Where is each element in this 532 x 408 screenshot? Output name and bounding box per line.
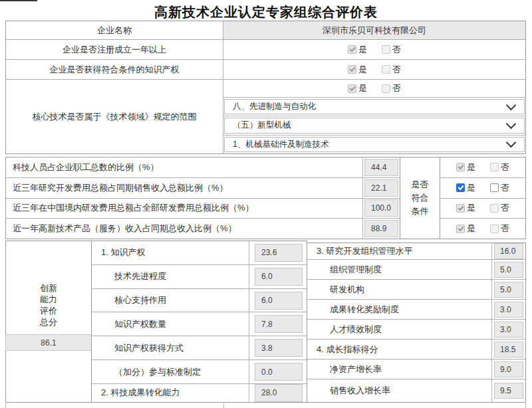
table-row: 技术先进程度 6.0 [92,265,307,289]
talent-performance-value: 3.0 [494,322,523,338]
table-row: 成果转化奖励制度 3.0 [307,300,525,320]
no-checkbox [382,65,390,74]
net-asset-growth-value: 9.0 [494,361,523,377]
table-row: 知识产权数量 7.8 [92,312,307,336]
table-row: 企业是否注册成立一年以上 是 否 [6,40,525,60]
rd-management-value: 16.0 [494,243,523,259]
rd-expense-ratio-value: 22.1 [364,179,398,197]
org-management-system-label: 组织管理制度 [307,260,492,279]
ip-score-value: 23.6 [255,244,303,262]
registered-over-one-year-label: 企业是否注册成立一年以上 [6,40,223,59]
yes-label: 是 [358,44,367,56]
table-row: 近三年在中国境内研发费用总额占全部研发费用总额比例（%） 100.0 [6,199,400,219]
table-row: 近一年高新技术产品（服务）收入占同期总收入比例（%） 88.9 [6,219,400,239]
no-label: 否 [392,44,401,56]
yes-label: 是 [358,64,367,76]
yes-checkbox [348,65,356,74]
registered-over-one-year-choice: 是 否 [348,44,401,56]
table-row: 知识产权获得方式 3.8 [92,336,307,360]
achievement-transformation-label: 2. 科技成果转化能力 [92,384,249,402]
ip-quantity-value: 7.8 [255,315,303,333]
tech-field-scope-label: 核心技术是否属于《技术领域》规定的范围 [6,80,223,153]
chevron-down-icon [506,138,517,148]
tech-field-level2-select[interactable]: （五）新型机械 [224,118,525,133]
company-name-value: 深圳市乐贝可科技有限公司 [223,21,525,39]
core-support-value: 6.0 [255,292,303,310]
yes-checkbox [456,163,465,171]
org-management-system-value: 5.0 [494,262,523,278]
no-checkbox [382,84,390,93]
sales-revenue-growth-label: 销售收入增长率 [307,379,492,402]
table-row: 销售收入增长率 9.5 [307,379,525,402]
chevron-down-icon [506,100,517,110]
ip-quantity-label: 知识产权数量 [92,312,249,336]
no-label: 否 [501,161,509,173]
yes-label: 是 [467,182,475,194]
ip-acquisition-label: 知识产权获得方式 [92,336,249,359]
tech-staff-ratio-label: 科技人员占企业职工总数的比例（%） [6,157,363,177]
no-checkbox [490,163,499,171]
yes-checkbox [348,84,356,93]
tech-field-choice: 是 否 [223,80,525,98]
tech-field-level3-row: 1、机械基础件及制造技术 [223,136,525,153]
yes-checkbox [456,225,465,233]
score-table-right: 3. 研究开发组织管理水平 16.0 组织管理制度 5.0 研发机构 5.0 成… [307,243,526,403]
table-row: 1. 知识产权 23.6 [92,241,307,265]
standard-participation-value: 0.0 [255,363,303,381]
transformation-reward-value: 3.0 [494,302,523,318]
tech-field-level3-select[interactable]: 1、机械基础件及制造技术 [224,137,525,152]
no-label: 否 [501,223,509,235]
no-label: 否 [501,202,509,214]
no-label: 否 [501,182,509,194]
rd-institution-label: 研发机构 [307,280,492,299]
table-row: 组织管理制度 5.0 [307,260,525,280]
tech-advancement-value: 6.0 [255,268,303,286]
table-row: 企业名称 深圳市乐贝可科技有限公司 [6,21,525,40]
yes-label: 是 [467,223,475,235]
no-checkbox [382,45,390,54]
rd-management-label: 3. 研究开发组织管理水平 [307,243,492,259]
yes-label: 是 [467,202,475,214]
transformation-reward-label: 成果转化奖励制度 [307,300,492,319]
yes-label: 是 [467,161,475,173]
table-row: 2. 科技成果转化能力 28.0 [92,384,307,402]
qualified-ip-choice: 是 否 [348,64,401,76]
selected-value: 1、机械基础件及制造技术 [233,139,329,150]
sales-revenue-growth-value: 9.5 [494,383,523,399]
table-row: 4. 成长指标得分 18.5 [307,340,525,359]
ip-score-label: 1. 知识产权 [92,241,249,264]
rd-expense-ratio-label: 近三年研究开发费用总额占同期销售收入总额比例（%） [6,178,363,198]
tech-field-level1-select[interactable]: 八、先进制造与自动化 [224,99,525,114]
no-checkbox[interactable] [490,183,499,192]
selected-value: （五）新型机械 [233,120,291,131]
growth-indicator-value: 18.5 [494,342,523,357]
next-table-partial-row [5,403,526,408]
company-name-label: 企业名称 [6,21,223,39]
ip-acquisition-value: 3.8 [255,339,303,357]
ratio-indicators-table: 科技人员占企业职工总数的比例（%） 44.4 近三年研究开发费用总额占同期销售收… [5,157,526,239]
growth-indicator-label: 4. 成长指标得分 [307,340,492,359]
yes-checkbox[interactable] [456,183,465,192]
table-row: 近三年研究开发费用总额占同期销售收入总额比例（%） 22.1 [6,178,400,199]
table-row: 科技人员占企业职工总数的比例（%） 44.4 [6,157,400,178]
no-label: 否 [392,82,401,94]
domestic-rd-ratio-value: 100.0 [364,199,398,217]
rd-institution-value: 5.0 [494,282,523,298]
qualified-ip-label: 企业是否获得符合条件的知识产权 [6,60,223,79]
table-row: 3. 研究开发组织管理水平 16.0 [307,243,525,260]
tech-field-level2-row: （五）新型机械 [223,116,525,135]
tech-field-level1-row: 八、先进制造与自动化 [223,98,525,116]
meets-condition-header: 是否符合条件 [400,157,440,239]
standard-participation-label: （加分）参与标准制定 [92,360,249,383]
hightech-income-ratio-meets: 是 否 [440,219,525,239]
chevron-down-icon [506,119,517,130]
hightech-income-ratio-label: 近一年高新技术产品（服务）收入占同期总收入比例（%） [6,219,363,239]
talent-performance-label: 人才绩效制度 [307,320,492,339]
no-checkbox [490,204,499,213]
table-row: 核心技术是否属于《技术领域》规定的范围 是 否 八、先进制造与自动化 [6,80,525,153]
table-row: 净资产增长率 9.0 [307,359,525,379]
table-row: 人才绩效制度 3.0 [307,320,525,340]
tech-staff-ratio-value: 44.4 [364,159,398,176]
evaluation-form-page: 高新技术企业认定专家组综合评价表 企业名称 深圳市乐贝可科技有限公司 企业是否注… [0,0,532,408]
yes-label: 是 [358,82,367,94]
